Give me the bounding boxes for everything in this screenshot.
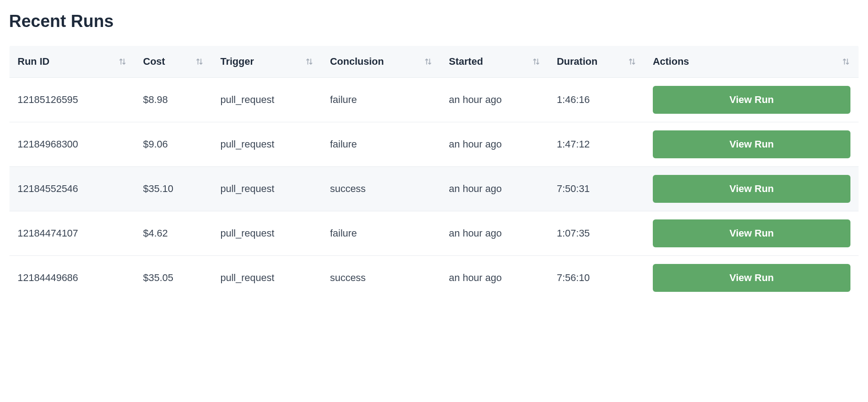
table-row: 12184968300 $9.06 pull_request failure a…: [9, 122, 859, 167]
sort-icon[interactable]: [424, 57, 433, 66]
cell-cost: $35.05: [135, 256, 212, 300]
view-run-button[interactable]: View Run: [653, 219, 850, 247]
table-header-row: Run ID Cost Trigger: [9, 46, 859, 78]
cell-conclusion: success: [322, 256, 441, 300]
column-label: Conclusion: [330, 56, 384, 67]
cell-run-id: 12184552546: [9, 167, 135, 211]
cell-trigger: pull_request: [212, 122, 321, 167]
view-run-button[interactable]: View Run: [653, 264, 850, 292]
cell-run-id: 12184449686: [9, 256, 135, 300]
cell-started: an hour ago: [441, 211, 549, 256]
cell-conclusion: failure: [322, 78, 441, 122]
table-row: 12184552546 $35.10 pull_request success …: [9, 167, 859, 211]
cell-trigger: pull_request: [212, 78, 321, 122]
cell-started: an hour ago: [441, 78, 549, 122]
cell-cost: $4.62: [135, 211, 212, 256]
cell-started: an hour ago: [441, 167, 549, 211]
cell-cost: $9.06: [135, 122, 212, 167]
cell-actions: View Run: [645, 122, 859, 167]
view-run-button[interactable]: View Run: [653, 86, 850, 114]
column-header-runid[interactable]: Run ID: [9, 46, 135, 78]
sort-icon[interactable]: [628, 57, 637, 66]
sort-icon[interactable]: [841, 57, 850, 66]
cell-conclusion: success: [322, 167, 441, 211]
column-header-trigger[interactable]: Trigger: [212, 46, 321, 78]
cell-duration: 7:56:10: [549, 256, 645, 300]
cell-run-id: 12185126595: [9, 78, 135, 122]
column-label: Cost: [143, 56, 165, 67]
cell-duration: 1:46:16: [549, 78, 645, 122]
view-run-button[interactable]: View Run: [653, 130, 850, 158]
cell-run-id: 12184474107: [9, 211, 135, 256]
column-header-conclusion[interactable]: Conclusion: [322, 46, 441, 78]
view-run-button[interactable]: View Run: [653, 175, 850, 203]
cell-run-id: 12184968300: [9, 122, 135, 167]
recent-runs-table: Run ID Cost Trigger: [9, 45, 859, 300]
cell-trigger: pull_request: [212, 211, 321, 256]
column-header-duration[interactable]: Duration: [549, 46, 645, 78]
table-row: 12185126595 $8.98 pull_request failure a…: [9, 78, 859, 122]
cell-actions: View Run: [645, 256, 859, 300]
cell-actions: View Run: [645, 167, 859, 211]
sort-icon[interactable]: [305, 57, 314, 66]
cell-conclusion: failure: [322, 211, 441, 256]
column-header-cost[interactable]: Cost: [135, 46, 212, 78]
cell-duration: 1:07:35: [549, 211, 645, 256]
table-row: 12184474107 $4.62 pull_request failure a…: [9, 211, 859, 256]
table-row: 12184449686 $35.05 pull_request success …: [9, 256, 859, 300]
column-header-actions[interactable]: Actions: [645, 46, 859, 78]
cell-duration: 1:47:12: [549, 122, 645, 167]
cell-actions: View Run: [645, 211, 859, 256]
cell-trigger: pull_request: [212, 167, 321, 211]
column-label: Started: [449, 56, 483, 67]
column-label: Duration: [557, 56, 597, 67]
sort-icon[interactable]: [195, 57, 204, 66]
column-header-started[interactable]: Started: [441, 46, 549, 78]
cell-actions: View Run: [645, 78, 859, 122]
cell-cost: $35.10: [135, 167, 212, 211]
column-label: Trigger: [220, 56, 254, 67]
sort-icon[interactable]: [532, 57, 541, 66]
page-title: Recent Runs: [9, 12, 859, 31]
column-label: Run ID: [18, 56, 50, 67]
cell-started: an hour ago: [441, 256, 549, 300]
sort-icon[interactable]: [118, 57, 127, 66]
cell-conclusion: failure: [322, 122, 441, 167]
column-label: Actions: [653, 56, 689, 67]
cell-started: an hour ago: [441, 122, 549, 167]
cell-trigger: pull_request: [212, 256, 321, 300]
cell-cost: $8.98: [135, 78, 212, 122]
cell-duration: 7:50:31: [549, 167, 645, 211]
